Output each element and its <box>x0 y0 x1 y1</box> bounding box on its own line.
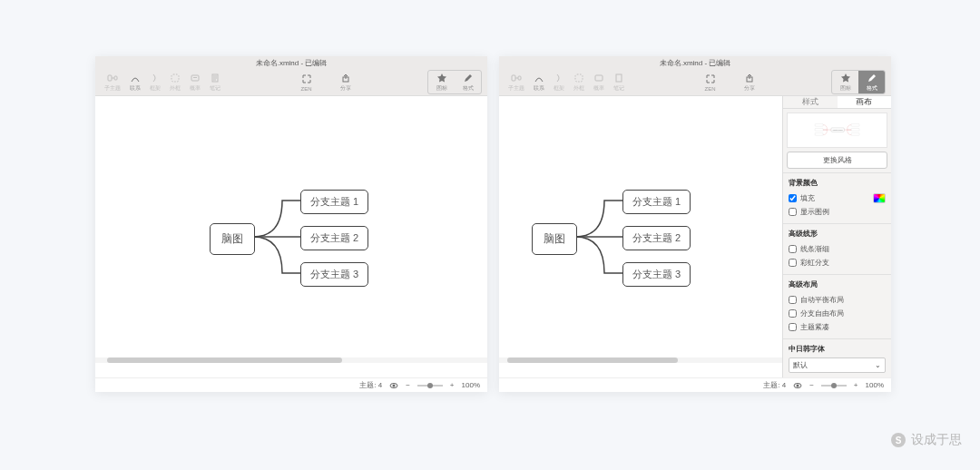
eye-icon[interactable] <box>793 381 802 390</box>
svg-text:Central Topic: Central Topic <box>832 129 842 131</box>
zoom-in-icon[interactable]: + <box>854 381 858 389</box>
toolbar: 子主题 联系 框架 外框 概率 笔记 ZEN 分享 图标 格式 <box>95 69 487 96</box>
panel-tabs: 样式 画布 <box>783 96 891 109</box>
section-title-layout: 高级布局 <box>789 279 886 289</box>
toolbar: 子主题 联系 框架 外框 概率 笔记 ZEN 分享 图标 格式 <box>499 69 891 96</box>
tb-relation[interactable]: 联系 <box>529 72 548 93</box>
tb-share[interactable]: 分享 <box>740 72 759 93</box>
svg-rect-21 <box>851 129 859 132</box>
tb-relation[interactable]: 联系 <box>125 72 144 93</box>
branch-node-2[interactable]: 分支主题 2 <box>300 226 368 250</box>
svg-rect-19 <box>815 133 823 136</box>
svg-rect-22 <box>851 133 859 136</box>
tb-iconset[interactable]: 图标 <box>428 71 455 93</box>
section-title-bg: 背景颜色 <box>789 178 886 188</box>
tb-note[interactable]: 笔记 <box>205 72 224 93</box>
svg-rect-11 <box>575 74 583 82</box>
zoom-value: 100% <box>866 381 884 389</box>
app-window-left: 未命名.xmind - 已编辑 子主题 联系 框架 外框 概率 笔记 ZEN 分… <box>95 56 487 392</box>
topic-count: 主题: 4 <box>359 380 382 390</box>
svg-rect-12 <box>595 75 603 81</box>
root-node[interactable]: 脑图 <box>210 223 255 255</box>
tb-boundary[interactable]: 框架 <box>145 72 164 93</box>
zoom-value: 100% <box>462 381 480 389</box>
check-free-branch[interactable] <box>789 309 797 318</box>
tb-summary[interactable]: 概率 <box>185 72 204 93</box>
svg-point-24 <box>797 384 799 387</box>
statusbar: 主题: 4 − + 100% <box>499 377 891 392</box>
check-rainbow[interactable] <box>789 259 797 267</box>
branch-node-3[interactable]: 分支主题 3 <box>300 262 368 287</box>
tab-canvas[interactable]: 画布 <box>838 96 892 108</box>
section-title-cjk: 中日韩字体 <box>789 344 886 354</box>
format-panel: 样式 画布 Central Topic 更换风格 背景颜色 填充 显示图例 高级… <box>782 96 891 377</box>
svg-rect-20 <box>851 124 859 127</box>
canvas[interactable]: 脑图 分支主题 1 分支主题 2 分支主题 3 <box>95 96 487 377</box>
branch-node-3[interactable]: 分支主题 3 <box>622 262 691 287</box>
svg-rect-9 <box>512 75 515 81</box>
svg-rect-13 <box>616 74 622 82</box>
title-bar: 未命名.xmind - 已编辑 <box>499 56 891 69</box>
branch-node-1[interactable]: 分支主题 1 <box>300 190 368 214</box>
tab-style[interactable]: 样式 <box>783 96 838 108</box>
svg-rect-17 <box>815 124 823 127</box>
tb-share[interactable]: 分享 <box>336 72 355 93</box>
title-bar: 未命名.xmind - 已编辑 <box>95 56 487 69</box>
scrollbar-h[interactable] <box>499 357 782 363</box>
tb-outline[interactable]: 外框 <box>165 72 184 93</box>
topic-count: 主题: 4 <box>763 380 786 390</box>
branch-node-2[interactable]: 分支主题 2 <box>622 226 691 250</box>
svg-point-8 <box>393 384 396 387</box>
zoom-out-icon[interactable]: − <box>809 381 814 389</box>
zoom-slider[interactable] <box>417 385 443 387</box>
root-node[interactable]: 脑图 <box>532 223 577 255</box>
svg-rect-2 <box>172 74 179 82</box>
tb-right-group: 图标 格式 <box>427 70 482 94</box>
chevron-down-icon: ⌄ <box>875 361 881 369</box>
scrollbar-h[interactable] <box>95 357 487 363</box>
check-line-thin[interactable] <box>789 245 797 253</box>
check-legend[interactable] <box>789 208 797 216</box>
tb-right-group: 图标 格式 <box>831 70 886 94</box>
tb-summary[interactable]: 概率 <box>589 72 608 93</box>
canvas[interactable]: 脑图 分支主题 1 分支主题 2 分支主题 3 <box>499 96 782 377</box>
section-bg: 背景颜色 填充 显示图例 <box>783 172 891 223</box>
tb-outline[interactable]: 外框 <box>569 72 588 93</box>
svg-rect-1 <box>114 76 117 80</box>
branch-node-1[interactable]: 分支主题 1 <box>622 190 691 214</box>
check-auto-balance[interactable] <box>789 296 797 304</box>
svg-rect-0 <box>108 75 112 81</box>
section-title-lines: 高级线形 <box>789 229 886 239</box>
tb-zen[interactable]: ZEN <box>297 73 316 92</box>
brand-logo-icon: S <box>891 433 906 447</box>
change-style-button[interactable]: 更换风格 <box>787 152 887 169</box>
zoom-slider[interactable] <box>821 385 847 387</box>
eye-icon[interactable] <box>389 381 398 390</box>
check-topic-fold[interactable] <box>789 323 797 331</box>
app-window-right: 未命名.xmind - 已编辑 子主题 联系 框架 外框 概率 笔记 ZEN 分… <box>499 56 891 392</box>
tb-zen[interactable]: ZEN <box>701 73 720 92</box>
font-dropdown[interactable]: 默认⌄ <box>789 357 886 373</box>
zoom-out-icon[interactable]: − <box>406 381 410 389</box>
section-layout: 高级布局 自动平衡布局 分支自由布局 主题紧凑 <box>783 274 891 338</box>
section-lines: 高级线形 线条渐细 彩虹分支 <box>783 223 891 274</box>
watermark: S 设成于思 <box>891 432 962 448</box>
tb-format[interactable]: 格式 <box>455 71 481 93</box>
tb-iconset[interactable]: 图标 <box>832 71 858 93</box>
section-cjk: 中日韩字体 默认⌄ <box>783 338 891 377</box>
svg-rect-10 <box>518 76 521 80</box>
zoom-in-icon[interactable]: + <box>450 381 455 389</box>
svg-rect-4 <box>193 77 197 78</box>
tb-subtopic[interactable]: 子主题 <box>505 72 528 93</box>
svg-rect-18 <box>815 129 823 132</box>
tb-format-active[interactable]: 格式 <box>858 71 885 93</box>
style-preview: Central Topic <box>787 113 887 148</box>
tb-subtopic[interactable]: 子主题 <box>101 72 124 93</box>
color-swatch[interactable] <box>873 193 886 203</box>
tb-note[interactable]: 笔记 <box>609 72 628 93</box>
check-fill[interactable] <box>789 194 797 202</box>
tb-boundary[interactable]: 框架 <box>549 72 568 93</box>
statusbar: 主题: 4 − + 100% <box>95 377 487 392</box>
